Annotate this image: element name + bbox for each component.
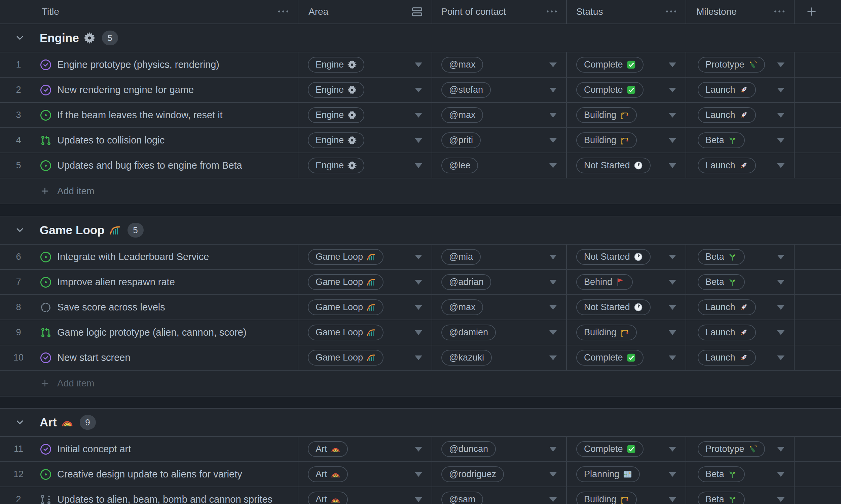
table-row[interactable]: 5Updates and bug fixes to engine from Be… [0, 153, 841, 178]
status-pill[interactable]: Complete [576, 82, 643, 98]
dropdown-caret-icon[interactable] [549, 356, 557, 360]
add-item-button[interactable]: Add item [0, 178, 841, 204]
status-cell[interactable]: Building [567, 128, 686, 152]
group-header[interactable]: Engine5 [0, 24, 841, 52]
milestone-cell[interactable]: Launch [686, 320, 794, 345]
table-row[interactable]: 12Creative design update to aliens for v… [0, 462, 841, 487]
milestone-cell[interactable]: Launch [686, 103, 794, 127]
area-pill[interactable]: Game Loop [308, 274, 383, 290]
milestone-cell[interactable]: Beta [686, 128, 794, 152]
contact-pill[interactable]: @duncan [441, 441, 496, 457]
status-cell[interactable]: Complete [567, 52, 686, 77]
status-cell[interactable]: Complete [567, 437, 686, 461]
item-title[interactable]: Improve alien respawn rate [57, 276, 175, 288]
area-cell[interactable]: Engine [298, 78, 432, 102]
column-header-milestone[interactable]: Milestone [686, 0, 794, 23]
dropdown-caret-icon[interactable] [549, 472, 557, 477]
title-cell[interactable]: 1Engine prototype (physics, rendering) [0, 52, 298, 77]
item-title[interactable]: Integrate with Leaderboard Service [57, 251, 209, 263]
status-cell[interactable]: Behind [567, 270, 686, 294]
area-cell[interactable]: Game Loop [298, 320, 432, 345]
dropdown-caret-icon[interactable] [669, 138, 676, 143]
table-row[interactable]: 8Save score across levelsGame Loop@maxNo… [0, 295, 841, 320]
milestone-cell[interactable]: Beta [686, 245, 794, 269]
item-title[interactable]: Updates to collision logic [57, 135, 165, 146]
status-pill[interactable]: Building [576, 325, 637, 340]
item-title[interactable]: Updates and bug fixes to engine from Bet… [57, 160, 242, 171]
contact-pill[interactable]: @sam [441, 491, 483, 504]
dropdown-caret-icon[interactable] [777, 356, 785, 360]
milestone-cell[interactable]: Launch [686, 153, 794, 178]
area-pill[interactable]: Game Loop [308, 350, 383, 365]
dropdown-caret-icon[interactable] [549, 497, 557, 502]
dropdown-caret-icon[interactable] [669, 255, 676, 259]
status-pill[interactable]: Not Started [576, 299, 651, 315]
area-cell[interactable]: Art [298, 487, 432, 504]
group-header[interactable]: Art9 [0, 409, 841, 437]
add-column-header[interactable] [794, 0, 841, 23]
dropdown-caret-icon[interactable] [415, 330, 422, 335]
table-row[interactable]: 7Improve alien respawn rateGame Loop@adr… [0, 270, 841, 295]
contact-pill[interactable]: @adrian [441, 274, 491, 290]
column-header-point-of-contact[interactable]: Point of contact [432, 0, 567, 23]
contact-cell[interactable]: @sam [432, 487, 567, 504]
dropdown-caret-icon[interactable] [415, 447, 422, 452]
dropdown-caret-icon[interactable] [549, 305, 557, 310]
dropdown-caret-icon[interactable] [415, 356, 422, 360]
title-cell[interactable]: 8Save score across levels [0, 295, 298, 320]
dropdown-caret-icon[interactable] [669, 330, 676, 335]
milestone-cell[interactable]: Beta [686, 487, 794, 504]
contact-cell[interactable]: @mia [432, 245, 567, 269]
dropdown-caret-icon[interactable] [777, 88, 785, 92]
title-cell[interactable]: 9Game logic prototype (alien, cannon, sc… [0, 320, 298, 345]
title-cell[interactable]: 11Initial concept art [0, 437, 298, 461]
kebab-menu-icon[interactable] [774, 7, 785, 17]
area-cell[interactable]: Engine [298, 153, 432, 178]
chevron-down-icon[interactable] [15, 225, 25, 235]
contact-pill[interactable]: @mia [441, 249, 481, 265]
column-header-status[interactable]: Status [567, 0, 686, 23]
dropdown-caret-icon[interactable] [549, 113, 557, 118]
group-header[interactable]: Game Loop5 [0, 216, 841, 245]
status-cell[interactable]: Building [567, 487, 686, 504]
status-pill[interactable]: Building [576, 491, 637, 504]
contact-cell[interactable]: @max [432, 52, 567, 77]
dropdown-caret-icon[interactable] [549, 138, 557, 143]
contact-pill[interactable]: @kazuki [441, 350, 492, 365]
area-pill[interactable]: Game Loop [308, 299, 383, 315]
milestone-pill[interactable]: Launch [698, 158, 756, 173]
status-pill[interactable]: Building [576, 107, 637, 123]
dropdown-caret-icon[interactable] [669, 447, 676, 452]
dropdown-caret-icon[interactable] [777, 305, 785, 310]
dropdown-caret-icon[interactable] [549, 447, 557, 452]
table-row[interactable]: 2Updates to alien, beam, bomb and cannon… [0, 487, 841, 504]
dropdown-caret-icon[interactable] [415, 163, 422, 168]
add-column-plus-icon[interactable] [806, 6, 818, 17]
dropdown-caret-icon[interactable] [669, 280, 676, 285]
kebab-menu-icon[interactable] [666, 7, 676, 17]
area-pill[interactable]: Engine [308, 132, 364, 148]
table-row[interactable]: 4Updates to collision logicEngine@pritiB… [0, 128, 841, 153]
area-cell[interactable]: Game Loop [298, 345, 432, 370]
milestone-pill[interactable]: Beta [698, 466, 745, 482]
dropdown-caret-icon[interactable] [669, 356, 676, 360]
title-cell[interactable]: 12Creative design update to aliens for v… [0, 462, 298, 487]
dropdown-caret-icon[interactable] [777, 255, 785, 259]
dropdown-caret-icon[interactable] [669, 472, 676, 477]
contact-cell[interactable]: @kazuki [432, 345, 567, 370]
milestone-cell[interactable]: Beta [686, 270, 794, 294]
dropdown-caret-icon[interactable] [549, 255, 557, 259]
title-cell[interactable]: 10New start screen [0, 345, 298, 370]
dropdown-caret-icon[interactable] [415, 88, 422, 92]
contact-pill[interactable]: @stefan [441, 82, 491, 98]
area-cell[interactable]: Art [298, 462, 432, 487]
status-pill[interactable]: Planning [576, 466, 640, 482]
area-cell[interactable]: Engine [298, 52, 432, 77]
milestone-pill[interactable]: Launch [698, 325, 756, 340]
dropdown-caret-icon[interactable] [415, 62, 422, 67]
area-pill[interactable]: Game Loop [308, 325, 383, 340]
item-title[interactable]: Updates to alien, beam, bomb and cannon … [57, 494, 273, 504]
rows-group-by-icon[interactable] [412, 7, 422, 17]
table-row[interactable]: 9Game logic prototype (alien, cannon, sc… [0, 320, 841, 345]
dropdown-caret-icon[interactable] [415, 472, 422, 477]
